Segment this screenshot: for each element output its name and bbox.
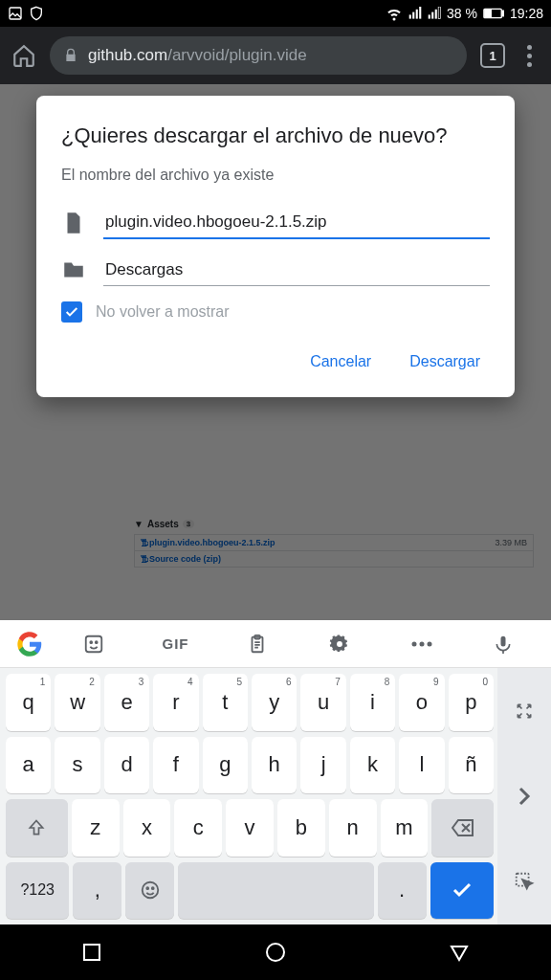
key-l[interactable]: l (399, 737, 444, 794)
svg-rect-3 (416, 10, 418, 19)
cursor-right-key[interactable] (497, 753, 551, 838)
expand-key[interactable] (497, 668, 551, 753)
svg-point-18 (419, 641, 424, 646)
filename-input[interactable] (103, 207, 490, 239)
status-bar: 38 % 19:28 (0, 0, 551, 27)
clock-text: 19:28 (510, 6, 543, 21)
navigation-bar (0, 924, 551, 980)
soft-keyboard: GIF q1w2e3r4t5y6u7i8o9p0 asdfghjklñ zxcv… (0, 620, 551, 924)
dont-show-checkbox[interactable] (61, 301, 82, 323)
key-p[interactable]: p0 (449, 674, 494, 731)
folder-input[interactable] (103, 255, 490, 286)
dialog-subtitle: El nombre del archivo ya existe (61, 167, 490, 184)
svg-point-25 (267, 944, 284, 961)
lock-icon (63, 48, 78, 63)
image-icon (8, 6, 23, 21)
svg-rect-6 (431, 12, 433, 19)
google-button[interactable] (8, 620, 52, 667)
key-r[interactable]: r4 (153, 674, 198, 731)
svg-rect-5 (429, 14, 430, 18)
clipboard-button[interactable] (217, 620, 298, 667)
key-q[interactable]: q1 (6, 674, 51, 731)
page-content: ▼ Assets 3 🗜 plugin.video.hbogoeu-2.1.5.… (0, 84, 551, 620)
key-y[interactable]: y6 (252, 674, 297, 731)
sticker-button[interactable] (54, 620, 134, 667)
key-c[interactable]: c (174, 799, 222, 857)
key-v[interactable]: v (226, 799, 274, 857)
svg-point-19 (427, 641, 431, 646)
backspace-key[interactable] (431, 799, 494, 857)
url-path: /arvvoid/plugin.vide (167, 46, 307, 64)
home-button[interactable] (264, 941, 287, 964)
svg-rect-11 (485, 10, 491, 16)
download-button[interactable]: Descargar (404, 345, 486, 378)
mic-button[interactable] (463, 620, 543, 667)
svg-rect-4 (419, 7, 421, 19)
key-b[interactable]: b (277, 799, 325, 857)
back-button[interactable] (448, 941, 471, 964)
key-a[interactable]: a (6, 737, 51, 794)
key-w[interactable]: w2 (55, 674, 99, 731)
comma-key[interactable]: , (73, 862, 121, 920)
symbols-key[interactable]: ?123 (6, 862, 69, 920)
key-z[interactable]: z (72, 799, 120, 857)
svg-point-21 (146, 888, 148, 890)
key-u[interactable]: u7 (300, 674, 345, 731)
file-icon (61, 211, 86, 235)
recent-apps-button[interactable] (80, 941, 103, 964)
tab-switcher[interactable]: 1 (480, 43, 505, 68)
key-g[interactable]: g (203, 737, 248, 794)
svg-rect-12 (86, 635, 102, 652)
space-key[interactable] (178, 862, 373, 920)
dialog-title: ¿Quieres descargar el archivo de nuevo? (61, 122, 490, 149)
svg-rect-7 (435, 10, 437, 19)
signal-icon (408, 7, 422, 20)
svg-rect-24 (84, 945, 99, 960)
cancel-button[interactable]: Cancelar (304, 345, 377, 378)
gif-button[interactable]: GIF (136, 620, 216, 667)
home-icon[interactable] (11, 43, 36, 68)
address-bar[interactable]: github.com/arvvoid/plugin.vide (50, 36, 467, 75)
key-k[interactable]: k (350, 737, 395, 794)
overflow-menu[interactable] (518, 45, 540, 67)
key-x[interactable]: x (123, 799, 171, 857)
browser-toolbar: github.com/arvvoid/plugin.vide 1 (0, 27, 551, 84)
dont-show-label: No volver a mostrar (96, 303, 230, 321)
more-button[interactable] (382, 620, 462, 667)
svg-point-22 (152, 888, 154, 890)
battery-icon (483, 8, 504, 19)
key-t[interactable]: t5 (203, 674, 248, 731)
key-m[interactable]: m (381, 799, 429, 857)
key-f[interactable]: f (153, 737, 198, 794)
key-ñ[interactable]: ñ (449, 737, 494, 794)
svg-point-13 (90, 641, 92, 643)
svg-rect-0 (10, 8, 21, 19)
emoji-key[interactable] (125, 862, 174, 920)
signal-icon (428, 7, 441, 20)
svg-point-20 (143, 882, 159, 899)
wifi-icon (386, 5, 403, 22)
battery-text: 38 % (447, 6, 477, 21)
key-n[interactable]: n (329, 799, 377, 857)
key-e[interactable]: e3 (104, 674, 149, 731)
keyboard-toolbar: GIF (0, 620, 551, 668)
folder-icon (61, 257, 86, 282)
key-s[interactable]: s (55, 737, 99, 794)
settings-button[interactable] (299, 620, 380, 667)
key-h[interactable]: h (252, 737, 297, 794)
key-j[interactable]: j (300, 737, 345, 794)
key-o[interactable]: o9 (399, 674, 444, 731)
svg-rect-10 (502, 11, 504, 16)
shift-key[interactable] (6, 799, 68, 857)
period-key[interactable]: . (378, 862, 427, 920)
svg-rect-8 (438, 7, 440, 19)
download-dialog: ¿Quieres descargar el archivo de nuevo? … (36, 96, 515, 397)
svg-point-14 (96, 641, 98, 643)
floating-key[interactable] (497, 839, 551, 924)
svg-rect-2 (412, 12, 414, 19)
svg-point-17 (411, 641, 416, 646)
key-d[interactable]: d (104, 737, 149, 794)
key-i[interactable]: i8 (350, 674, 395, 731)
enter-key[interactable] (430, 862, 494, 920)
svg-rect-1 (409, 14, 411, 18)
